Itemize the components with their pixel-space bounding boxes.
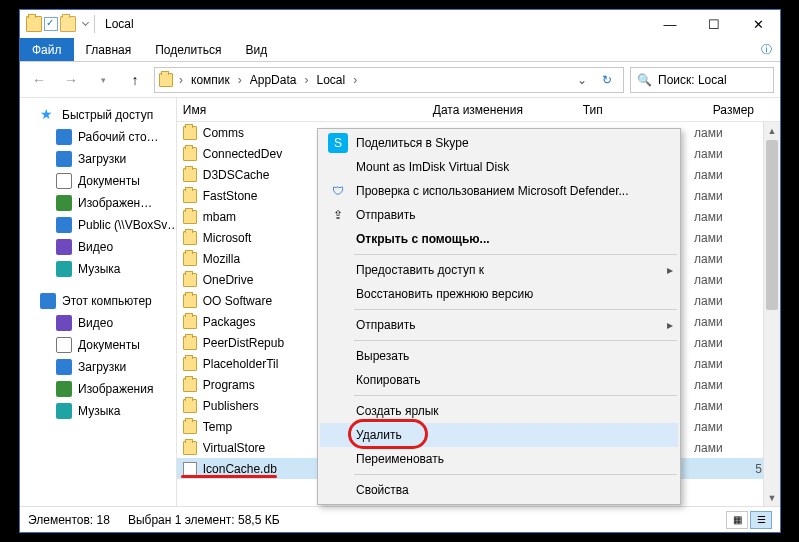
ctx-label: Отправить [356,208,678,222]
chevron-right-icon[interactable]: › [236,73,244,87]
ctx-label: Предоставить доступ к [356,263,662,277]
col-type[interactable]: Тип [583,103,713,117]
titlebar[interactable]: Local — ☐ ✕ [20,10,780,38]
sidebar-item-videos[interactable]: Видео [20,312,176,334]
sidebar-item-network-share[interactable]: Public (\\VBoxSv… [20,214,176,236]
forward-button[interactable]: → [58,67,84,93]
chevron-right-icon[interactable]: › [351,73,359,87]
ctx-share[interactable]: ⇪Отправить [320,203,678,227]
tab-home[interactable]: Главная [74,38,144,61]
breadcrumb[interactable]: компик [189,73,232,87]
ctx-open-with[interactable]: Открыть с помощью... [320,227,678,251]
sidebar-item-videos[interactable]: Видео [20,236,176,258]
ctx-rename[interactable]: Переименовать [320,447,678,471]
tab-file[interactable]: Файл [20,38,74,61]
sidebar-item-label: Этот компьютер [62,294,152,308]
search-placeholder: Поиск: Local [658,73,727,87]
folder-icon [183,273,197,287]
folder-icon [183,126,197,140]
minimize-button[interactable]: — [648,10,692,38]
documents-icon [56,173,72,189]
sidebar-this-pc[interactable]: Этот компьютер [20,290,176,312]
search-input[interactable]: 🔍 Поиск: Local [630,67,774,93]
sidebar-item-music[interactable]: Музыка [20,258,176,280]
close-button[interactable]: ✕ [736,10,780,38]
sidebar-item-pictures[interactable]: Изображен… [20,192,176,214]
recent-dropdown[interactable]: ▾ [90,67,116,93]
ctx-delete[interactable]: Удалить [320,423,678,447]
folder-icon [183,378,197,392]
ctx-label: Переименовать [356,452,678,466]
sidebar-item-downloads[interactable]: Загрузки [20,148,176,170]
sidebar-item-pictures[interactable]: Изображения [20,378,176,400]
separator [354,474,677,475]
col-name[interactable]: Имя [183,103,433,117]
view-large-icons-button[interactable]: ▦ [726,511,748,529]
sidebar-item-label: Изображен… [78,196,152,210]
chevron-right-icon[interactable]: › [177,73,185,87]
qat-dropdown-icon[interactable] [81,18,88,25]
ctx-label: Удалить [356,428,678,442]
ctx-give-access[interactable]: Предоставить доступ к▸ [320,258,678,282]
address-dropdown-icon[interactable]: ⌄ [573,73,591,87]
ctx-restore-previous[interactable]: Восстановить прежнюю версию [320,282,678,306]
breadcrumb[interactable]: Local [314,73,347,87]
ctx-cut[interactable]: Вырезать [320,344,678,368]
ctx-defender-scan[interactable]: 🛡Проверка с использованием Microsoft Def… [320,179,678,203]
shield-icon: 🛡 [328,181,348,201]
sidebar-item-label: Public (\\VBoxSv… [78,218,177,232]
sidebar-item-music[interactable]: Музыка [20,400,176,422]
up-button[interactable]: ↑ [122,67,148,93]
star-icon: ★ [40,107,56,123]
col-date[interactable]: Дата изменения [433,103,583,117]
pictures-icon [56,195,72,211]
ctx-mount-imdisk[interactable]: Mount as ImDisk Virtual Disk [320,155,678,179]
address-row: ← → ▾ ↑ › компик › AppData › Local › ⌄ ↻… [20,62,780,98]
scroll-down-button[interactable]: ▼ [764,489,780,506]
ctx-label: Поделиться в Skype [356,136,678,150]
pictures-icon [56,381,72,397]
downloads-icon [56,359,72,375]
ctx-copy[interactable]: Копировать [320,368,678,392]
navigation-pane[interactable]: ★Быстрый доступ Рабочий сто… Загрузки До… [20,98,177,506]
column-headers[interactable]: Имя Дата изменения Тип Размер [177,98,780,122]
sidebar-quick-access[interactable]: ★Быстрый доступ [20,104,176,126]
network-icon [56,217,72,233]
share-icon: ⇪ [328,205,348,225]
sidebar-item-desktop[interactable]: Рабочий сто… [20,126,176,148]
folder-icon [183,168,197,182]
sidebar-item-label: Документы [78,174,140,188]
ctx-label: Отправить [356,318,662,332]
breadcrumb[interactable]: AppData [248,73,299,87]
sidebar-item-documents[interactable]: Документы [20,170,176,192]
sidebar-item-label: Музыка [78,262,120,276]
maximize-button[interactable]: ☐ [692,10,736,38]
qat-newfolder[interactable] [60,16,76,32]
annotation-underline [181,475,277,478]
tab-share[interactable]: Поделиться [143,38,233,61]
refresh-button[interactable]: ↻ [595,68,619,92]
folder-icon [183,147,197,161]
tab-view[interactable]: Вид [233,38,279,61]
scroll-thumb[interactable] [766,140,778,310]
ribbon-tabs: Файл Главная Поделиться Вид ⓘ [20,38,780,62]
ribbon-expand-icon[interactable]: ⓘ [752,38,780,61]
sidebar-item-documents[interactable]: Документы [20,334,176,356]
back-button[interactable]: ← [26,67,52,93]
scroll-up-button[interactable]: ▲ [764,122,780,139]
sidebar-item-downloads[interactable]: Загрузки [20,356,176,378]
col-size[interactable]: Размер [713,103,780,117]
ctx-share-skype[interactable]: SПоделиться в Skype [320,131,678,155]
view-details-button[interactable]: ☰ [750,511,772,529]
folder-icon [183,189,197,203]
ctx-create-shortcut[interactable]: Создать ярлык [320,399,678,423]
ctx-send-to[interactable]: Отправить▸ [320,313,678,337]
folder-icon [183,441,197,455]
address-bar[interactable]: › компик › AppData › Local › ⌄ ↻ [154,67,624,93]
scrollbar-vertical[interactable]: ▲ ▼ [763,122,780,506]
qat-properties[interactable] [44,17,58,31]
folder-icon [183,294,197,308]
sidebar-item-label: Видео [78,316,113,330]
chevron-right-icon[interactable]: › [302,73,310,87]
ctx-properties[interactable]: Свойства [320,478,678,502]
